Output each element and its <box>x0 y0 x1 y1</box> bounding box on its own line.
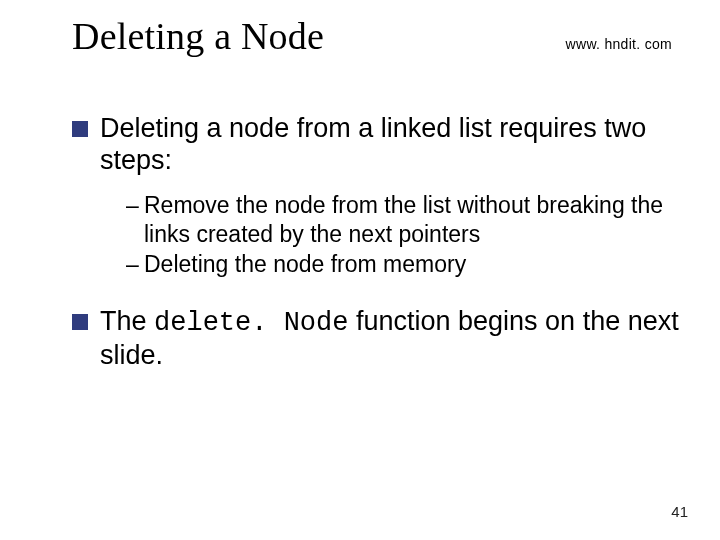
code-text: delete. Node <box>154 308 348 338</box>
bullet-point-1: Deleting a node from a linked list requi… <box>72 112 680 177</box>
bullet-1-text: Deleting a node from a linked list requi… <box>100 113 646 175</box>
slide-title: Deleting a Node <box>72 14 324 58</box>
slide-header: Deleting a Node www. hndit. com <box>72 14 680 58</box>
sub-bullet-group: Remove the node from the list without br… <box>126 191 680 279</box>
slide: Deleting a Node www. hndit. com Deleting… <box>0 0 720 540</box>
bullet-point-2: The delete. Node function begins on the … <box>72 305 680 372</box>
site-url: www. hndit. com <box>566 36 672 52</box>
square-bullet-icon <box>72 314 88 330</box>
sub-bullet-2: Deleting the node from memory <box>126 250 680 279</box>
bullet-2-pre: The <box>100 306 154 336</box>
square-bullet-icon <box>72 121 88 137</box>
slide-body: Deleting a node from a linked list requi… <box>72 112 680 372</box>
page-number: 41 <box>671 503 688 520</box>
sub-bullet-1: Remove the node from the list without br… <box>126 191 680 249</box>
